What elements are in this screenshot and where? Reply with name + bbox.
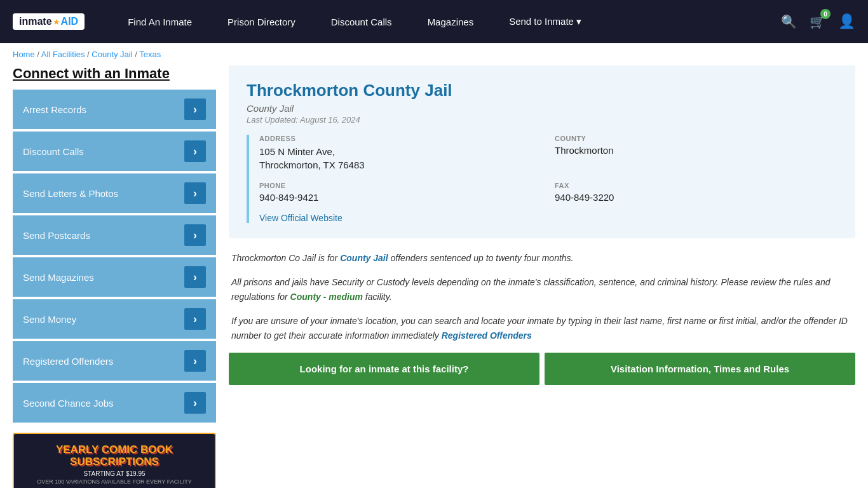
sidebar-menu: Arrest Records › Discount Calls › Send L… — [13, 90, 216, 423]
sidebar-item-label: Send Money — [23, 314, 76, 325]
sidebar-item-second-chance-jobs[interactable]: Second Chance Jobs › — [13, 383, 216, 423]
sidebar-item-label: Arrest Records — [23, 104, 86, 115]
description: Throckmorton Co Jail is for County Jail … — [229, 251, 855, 342]
address-line2: Throckmorton, TX 76483 — [259, 159, 365, 170]
cart-icon[interactable]: 🛒 0 — [810, 14, 825, 29]
main-content: Connect with an Inmate Arrest Records › … — [0, 65, 868, 488]
facility-updated: Last Updated: August 16, 2024 — [247, 115, 837, 125]
facility-name: Throckmorton County Jail — [247, 81, 837, 100]
sidebar-arrow-icon: › — [184, 308, 206, 330]
address-line1: 105 N Minter Ave, — [259, 146, 335, 157]
ad-content: YEARLY COMIC BOOK SUBSCRIPTIONS STARTING… — [32, 439, 197, 488]
sidebar-item-label: Second Chance Jobs — [23, 398, 114, 409]
sidebar-item-label: Send Postcards — [23, 230, 90, 241]
desc-para-2-suffix: facility. — [363, 292, 392, 302]
user-icon[interactable]: 👤 — [838, 13, 855, 30]
logo-aid-text: AID — [61, 16, 79, 27]
fax-block: FAX 940-849-3220 — [555, 182, 837, 203]
county-block: COUNTY Throckmorton — [555, 135, 837, 172]
find-inmate-button[interactable]: Looking for an inmate at this facility? — [229, 353, 539, 386]
fax-value: 940-849-3220 — [555, 192, 837, 203]
sidebar-arrow-icon: › — [184, 224, 206, 246]
county-medium-link[interactable]: County - medium — [290, 292, 363, 302]
sidebar-title: Connect with an Inmate — [13, 65, 216, 82]
sidebar-item-registered-offenders[interactable]: Registered Offenders › — [13, 341, 216, 381]
ad-subtitle: OVER 100 VARIATIONS AVAILABLE FOR EVERY … — [37, 478, 192, 485]
logo[interactable]: inmate ★ AID — [13, 13, 85, 30]
sidebar-item-send-money[interactable]: Send Money › — [13, 299, 216, 339]
sidebar: Connect with an Inmate Arrest Records › … — [13, 65, 216, 488]
desc-para-3: If you are unsure of your inmate's locat… — [231, 314, 853, 342]
nav-icons: 🔍 🛒 0 👤 — [781, 13, 855, 30]
sidebar-item-arrest-records[interactable]: Arrest Records › — [13, 90, 216, 129]
sidebar-item-label: Send Magazines — [23, 272, 94, 283]
logo-star-icon: ★ — [53, 17, 60, 27]
visitation-button[interactable]: Visitation Information, Times and Rules — [545, 353, 855, 386]
sidebar-item-discount-calls[interactable]: Discount Calls › — [13, 132, 216, 171]
phone-value: 940-849-9421 — [259, 192, 542, 203]
sidebar-item-label: Discount Calls — [23, 146, 84, 157]
search-icon[interactable]: 🔍 — [781, 14, 797, 29]
fax-label: FAX — [555, 182, 837, 189]
desc-para-1-suffix: offenders sentenced up to twenty four mo… — [388, 253, 574, 263]
phone-label: PHONE — [259, 182, 542, 189]
county-label: COUNTY — [555, 135, 837, 142]
county-value: Throckmorton — [555, 145, 837, 156]
ad-title-line2: SUBSCRIPTIONS — [70, 456, 159, 468]
desc-para-1: Throckmorton Co Jail is for County Jail … — [231, 251, 853, 265]
breadcrumb-county-jail[interactable]: County Jail — [92, 50, 132, 59]
nav-magazines[interactable]: Magazines — [410, 0, 492, 43]
sidebar-item-label: Registered Offenders — [23, 356, 113, 367]
sidebar-item-send-letters[interactable]: Send Letters & Photos › — [13, 173, 216, 213]
registered-offenders-link[interactable]: Registered Offenders — [442, 330, 532, 341]
sidebar-arrow-icon: › — [184, 266, 206, 288]
phone-block: PHONE 940-849-9421 — [259, 182, 542, 203]
sidebar-arrow-icon: › — [184, 140, 206, 162]
address-label: ADDRESS — [259, 135, 542, 142]
action-buttons: Looking for an inmate at this facility? … — [229, 353, 855, 386]
address-value: 105 N Minter Ave, Throckmorton, TX 76483 — [259, 145, 542, 172]
breadcrumb: Home / All Facilities / County Jail / Te… — [0, 43, 868, 65]
nav-send-to-inmate[interactable]: Send to Inmate ▾ — [491, 0, 599, 43]
county-jail-link[interactable]: County Jail — [340, 253, 388, 263]
sidebar-arrow-icon: › — [184, 182, 206, 204]
website-link[interactable]: View Official Website — [259, 213, 837, 223]
cart-badge: 0 — [820, 9, 831, 19]
ad-title-line1: YEARLY COMIC BOOK — [56, 444, 173, 456]
nav-links: Find An Inmate Prison Directory Discount… — [110, 0, 781, 43]
sidebar-arrow-icon: › — [184, 392, 206, 414]
sidebar-item-label: Send Letters & Photos — [23, 188, 118, 199]
sidebar-arrow-icon: › — [184, 98, 206, 120]
desc-para-1-prefix: Throckmorton Co Jail is for — [231, 253, 340, 263]
logo-text: inmate — [19, 16, 52, 27]
breadcrumb-all-facilities[interactable]: All Facilities — [41, 50, 85, 59]
ad-price: STARTING AT $19.95 — [83, 470, 145, 477]
nav-prison-directory[interactable]: Prison Directory — [210, 0, 313, 43]
facility-info-grid: ADDRESS 105 N Minter Ave, Throckmorton, … — [247, 135, 837, 223]
nav-discount-calls[interactable]: Discount Calls — [313, 0, 410, 43]
facility-type: County Jail — [247, 103, 837, 114]
desc-para-2: All prisons and jails have Security or C… — [231, 275, 853, 304]
navbar: inmate ★ AID Find An Inmate Prison Direc… — [0, 0, 868, 43]
facility-card: Throckmorton County Jail County Jail Las… — [229, 65, 855, 238]
detail-panel: Throckmorton County Jail County Jail Las… — [229, 65, 855, 488]
desc-para-3-prefix: If you are unsure of your inmate's locat… — [231, 316, 848, 340]
breadcrumb-texas[interactable]: Texas — [139, 50, 161, 59]
nav-find-inmate[interactable]: Find An Inmate — [110, 0, 210, 43]
sidebar-arrow-icon: › — [184, 350, 206, 372]
breadcrumb-home[interactable]: Home — [13, 50, 35, 59]
sidebar-item-send-magazines[interactable]: Send Magazines › — [13, 257, 216, 297]
address-block: ADDRESS 105 N Minter Ave, Throckmorton, … — [259, 135, 542, 172]
sidebar-item-send-postcards[interactable]: Send Postcards › — [13, 215, 216, 255]
sidebar-ad[interactable]: YEARLY COMIC BOOK SUBSCRIPTIONS STARTING… — [13, 433, 216, 488]
